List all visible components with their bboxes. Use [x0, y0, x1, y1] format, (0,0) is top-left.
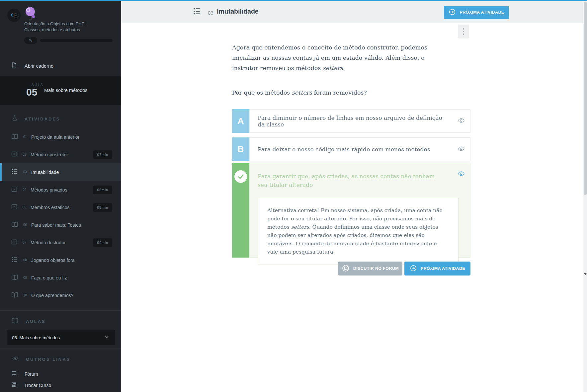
lesson-select-dropdown[interactable]: 05. Mais sobre métodos — [7, 330, 115, 345]
activity-number: 02 — [23, 153, 28, 156]
link-icon — [11, 355, 19, 363]
activity-number: 06 — [23, 223, 29, 227]
activity-label: Para saber mais: Testes — [31, 222, 81, 228]
outros-links-section-header: OUTROS LINKS — [11, 355, 70, 363]
discuss-forum-button[interactable]: DISCUTIR NO FORUM — [338, 262, 402, 275]
option-b-body[interactable]: Para deixar o nosso código mais rápido c… — [249, 137, 470, 161]
list-icon — [11, 256, 18, 264]
activity-number: 03 — [208, 10, 213, 16]
sidebar-link-forum[interactable]: Fórum — [0, 369, 121, 379]
sidebar-item-o-que-aprendemos[interactable]: 10 O que aprendemos? — [0, 286, 121, 304]
question-text: . — [343, 65, 345, 71]
answer-option-correct[interactable]: Para garantir que, após criadas, as noss… — [232, 163, 470, 258]
sidebar-item-para-saber-mais-testes[interactable]: 06 Para saber mais: Testes — [0, 216, 121, 234]
activity-number: 09 — [23, 276, 29, 279]
question-italic-term: setters — [323, 65, 343, 71]
page-title: Imutabilidade — [217, 8, 259, 15]
aulas-header-label: AULAS — [26, 319, 46, 324]
video-icon — [11, 203, 18, 211]
correct-option-text: Para garantir que, após criadas, as noss… — [258, 172, 437, 189]
sidebar-link-trocar-curso[interactable]: Trocar Curso — [0, 380, 121, 390]
next-activity-label: PRÓXIMA ATIVIDADE — [421, 266, 465, 271]
scrollbar-down-arrow[interactable] — [583, 272, 587, 277]
sidebar-item-metodo-construtor[interactable]: 02 Método construtor 07min — [0, 146, 121, 163]
quiz-list-icon — [192, 7, 201, 17]
collapse-arrow-icon — [10, 11, 18, 20]
chat-icon — [11, 370, 17, 378]
book-icon — [11, 291, 18, 299]
sidebar-item-jogando-objetos-fora[interactable]: 08 Jogando objetos fora — [0, 251, 121, 269]
discuss-forum-label: DISCUTIR NO FORUM — [353, 266, 399, 271]
scrollbar-thumb[interactable] — [584, 2, 587, 195]
book-icon — [11, 221, 18, 229]
activity-number: 10 — [23, 293, 29, 297]
eye-icon[interactable] — [458, 146, 465, 153]
section-divider — [0, 310, 121, 311]
lifebuoy-icon — [342, 264, 350, 273]
activity-label: Membros estáticos — [31, 205, 69, 210]
list-icon — [11, 168, 18, 176]
sidebar: Orientação a Objetos com PHP: Classes, m… — [0, 1, 121, 392]
activities-section-header: ATIVIDADES — [11, 114, 60, 123]
next-activity-label: PRÓXIMA ATIVIDADE — [460, 10, 504, 15]
sidebar-item-projeto-da-aula-anterior[interactable]: 01 Projeto da aula anterior — [0, 128, 121, 146]
correct-option-body[interactable]: Para garantir que, após criadas, as noss… — [249, 163, 470, 258]
outros-links-header-label: OUTROS LINKS — [26, 357, 70, 362]
eye-icon-active[interactable] — [458, 171, 465, 178]
current-lesson-banner: AULA 05 Mais sobre métodos — [0, 76, 121, 105]
collapse-sidebar-button[interactable] — [7, 9, 21, 22]
trocar-curso-label: Trocar Curso — [24, 383, 51, 388]
activity-label: Método destrutor — [31, 240, 66, 245]
course-title-line1: Orientação a Objetos com PHP: — [24, 21, 86, 27]
arrow-right-circle-icon — [449, 8, 456, 17]
book-icon — [11, 133, 18, 141]
explanation-italic-term: setters — [291, 224, 309, 230]
activity-label: Imutabilidade — [31, 170, 59, 175]
option-b-text: Para deixar o nosso código mais rápido c… — [258, 146, 430, 153]
main-content: 03 Imutabilidade PRÓXIMA ATIVIDADE Agora… — [121, 1, 587, 392]
next-activity-button-top[interactable]: PRÓXIMA ATIVIDADE — [444, 6, 509, 19]
kebab-dot — [463, 28, 464, 30]
forum-label: Fórum — [25, 371, 38, 377]
answer-explanation: Alternativa correta! Em nosso sistema, a… — [258, 198, 459, 265]
course-progress: % — [24, 37, 113, 44]
video-icon — [11, 186, 18, 194]
activity-label: Jogando objetos fora — [31, 258, 75, 263]
question-paragraph-1: Agora que entendemos o conceito de métod… — [232, 42, 450, 73]
chevron-down-icon — [104, 334, 110, 341]
check-icon — [234, 170, 247, 183]
activity-label: Método construtor — [31, 152, 68, 157]
activity-number: 04 — [23, 188, 28, 192]
kebab-dot — [463, 34, 464, 35]
kebab-dot — [463, 31, 464, 32]
sidebar-item-faca-o-que-eu-fiz[interactable]: 09 Faça o que eu fiz — [0, 269, 121, 286]
activity-list: 01 Projeto da aula anterior 02 Método co… — [0, 128, 121, 304]
lesson-select-value: 05. Mais sobre métodos — [12, 335, 60, 340]
option-letter-b: B — [232, 137, 249, 161]
activity-number: 05 — [23, 205, 28, 209]
eye-icon[interactable] — [458, 118, 465, 125]
open-notebook-label: Abrir caderno — [25, 63, 53, 69]
answer-option-a[interactable]: A Para diminuir o número de linhas em no… — [232, 109, 470, 133]
aulas-section-header: AULAS — [11, 317, 46, 325]
open-notebook-button[interactable]: Abrir caderno — [0, 58, 121, 74]
option-a-body[interactable]: Para diminuir o número de linhas em noss… — [249, 109, 470, 133]
option-a-text: Para diminuir o número de linhas em noss… — [258, 115, 449, 128]
scrollbar[interactable] — [583, 1, 587, 392]
sidebar-item-metodos-privados[interactable]: 04 Métodos privados 06min — [0, 181, 121, 198]
duration-badge: 06min — [93, 186, 112, 194]
question-italic-term: setters — [292, 89, 312, 96]
answer-option-b[interactable]: B Para deixar o nosso código mais rápido… — [232, 137, 470, 161]
course-mascot-icon — [23, 6, 39, 23]
section-divider — [0, 349, 121, 349]
sidebar-item-imutabilidade[interactable]: 03 Imutabilidade — [0, 163, 121, 181]
duration-badge: 08min — [93, 203, 112, 212]
flask-icon — [11, 114, 18, 123]
arrow-right-circle-icon — [410, 265, 417, 273]
video-icon — [11, 239, 18, 247]
activity-label: Métodos privados — [31, 187, 67, 193]
next-activity-button-bottom[interactable]: PRÓXIMA ATIVIDADE — [404, 262, 470, 275]
sidebar-item-metodo-destrutor[interactable]: 07 Método destrutor 09min — [0, 234, 121, 251]
kebab-menu-button[interactable] — [458, 25, 469, 39]
sidebar-item-membros-estaticos[interactable]: 05 Membros estáticos 08min — [0, 198, 121, 216]
